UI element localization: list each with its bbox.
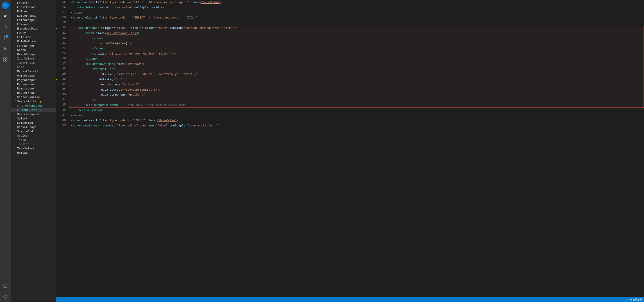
tree-item-select-tag[interactable]: › SelectTag <box>11 121 56 125</box>
code-lines: 15 <span v-else-if="item.type.code == 'S… <box>56 0 644 128</box>
collapse-arrow: › <box>14 28 17 30</box>
collapse-arrow: › <box>14 70 17 73</box>
line-number-36: 36 <box>56 108 69 113</box>
svg-marker-5 <box>4 47 7 51</box>
settings-icon[interactable] <box>2 293 9 300</box>
line-number-31: 31 <box>56 82 69 87</box>
collapse-arrow: › <box>14 10 17 13</box>
tree-item-tree-select[interactable]: › TreeSelect <box>11 146 56 151</box>
code-line-34: 34 /> <box>56 98 644 103</box>
tree-item-upload[interactable]: › Upload <box>11 151 56 155</box>
svg-line-1 <box>6 28 7 29</box>
tree-item-index-vue[interactable]: ⬡ index.vue 1, M <box>11 108 56 112</box>
collapse-arrow: › <box>14 92 17 94</box>
extensions-icon[interactable] <box>2 56 9 63</box>
layout-icon[interactable] <box>2 282 9 289</box>
code-line-25: 25 <i class="el-icon-arrow-down el-icon-… <box>56 51 644 57</box>
tree-item-icon-select[interactable]: › IconSelect <box>11 57 56 61</box>
tree-item-select[interactable]: › Select <box>11 117 56 121</box>
tree-item-search-filter[interactable]: › SearchFilter <box>11 99 56 104</box>
tree-item-embedded-page[interactable]: › EmbeddedPage <box>11 27 56 31</box>
tree-item-label: EditorAomao <box>17 14 36 18</box>
line-number-29: 29 <box>56 72 69 77</box>
tree-item-remote-user[interactable]: › RemoteUser <box>11 87 56 91</box>
tree-item-simple-add[interactable]: › SimpleAdd <box>11 129 56 134</box>
collapse-arrow: › <box>14 2 17 4</box>
explorer-icon[interactable] <box>2 13 9 20</box>
tree-item-router-wrap[interactable]: › RouterWrap <box>11 91 56 95</box>
collapse-arrow: › <box>14 122 17 124</box>
text-cursor <box>119 104 119 107</box>
line-content-36: </el-dropdown> <box>69 108 644 113</box>
tree-item-search-dynamic[interactable]: › SearchDynamic <box>11 95 56 99</box>
tree-item-label: ImportFile <box>17 61 35 65</box>
line-number-32: 32 <box>56 87 69 93</box>
tree-item-label: EditWrapper <box>17 19 36 22</box>
avatar-icon[interactable]: 91 <box>2 2 9 9</box>
tree-item-label: SimpleAdd <box>17 130 33 133</box>
code-editor: 15 <span v-else-if="item.type.code == 'S… <box>56 0 644 302</box>
search-icon[interactable] <box>2 24 9 31</box>
collapse-arrow: › <box>14 15 17 17</box>
svg-rect-9 <box>6 60 8 62</box>
line-number-35: 35 <box>56 103 69 108</box>
collapse-arrow: › <box>14 36 17 39</box>
code-line-22: 22 <span> <box>56 36 644 41</box>
tree-item-form-render[interactable]: › FormRender <box>11 44 56 48</box>
line-content-38: <span v-else-if="item.type.code == 'USER… <box>69 118 644 123</box>
tree-item-file-uploader[interactable]: › FileUploader <box>11 40 56 44</box>
tree-item-import-file[interactable]: › ImportFile <box>11 61 56 65</box>
tree-item-empty[interactable]: › Empty <box>11 31 56 35</box>
tree-item-edit-wrapper[interactable]: › EditWrapper <box>11 18 56 22</box>
tree-item-mytask-detail[interactable]: › MytaskDetail <box>11 69 56 74</box>
collapse-arrow: › <box>14 45 17 47</box>
code-line-18: 18 <span v-else-if="item.type.code == 'S… <box>56 15 644 21</box>
source-control-icon[interactable]: 5 <box>2 34 9 42</box>
tree-item-echarts-card[interactable]: › EchartsCard <box>11 5 56 10</box>
collapse-arrow: › <box>14 49 17 51</box>
tree-item-search-wrapper[interactable]: › SearchWrapper <box>11 112 56 117</box>
line-content-35: </el-dropdown-menu>You, 3周前 • VONE-base-… <box>69 103 644 108</box>
tree-item-label: SvgIcon <box>17 134 30 137</box>
code-line-27: 27 <el-dropdown-menu slot="dropdown"> <box>56 62 644 67</box>
tree-item-lane[interactable]: › Lane <box>11 65 56 69</box>
code-container[interactable]: 15 <span v-else-if="item.type.code == 'S… <box>56 0 644 297</box>
vue-file-icon: ⬡ <box>17 104 21 107</box>
tree-item-editor[interactable]: › Editor <box>11 10 56 14</box>
tree-item-editor-aomao[interactable]: › EditorAomao <box>11 14 56 18</box>
git-modified-indicator <box>56 28 58 29</box>
tree-item-graph[interactable]: › Graph <box>11 48 56 52</box>
tree-item-graph-group[interactable]: › GraphGroup <box>11 52 56 57</box>
tree-item-table[interactable]: › Table <box>11 138 56 142</box>
tree-item-page-wrapper[interactable]: › PageWrapper <box>11 78 56 82</box>
tree-item-file-tree[interactable]: › FileTree <box>11 35 56 40</box>
tree-item-pagination[interactable]: › Pagination <box>11 82 56 87</box>
tree-item-server-graph[interactable]: › ServerGraph <box>11 125 56 129</box>
line-content-21: <span class="el-dropdown-link"> <box>69 31 644 36</box>
tree-item-svg-icon[interactable]: › SvgIcon <box>11 134 56 138</box>
tree-item-label: RemoteUser <box>17 87 35 90</box>
run-icon[interactable] <box>2 45 9 52</box>
activity-bar: 91 5 <box>0 0 11 302</box>
code-line-36: 36 </el-dropdown> <box>56 108 644 113</box>
tree-item-only-office[interactable]: › OnlyOffice <box>11 74 56 78</box>
collapse-arrow: › <box>14 23 17 26</box>
code-line-32: 32 :data-sources="item.optionList || []" <box>56 87 644 93</box>
svg-rect-10 <box>4 284 7 287</box>
collapse-arrow: › <box>14 100 17 103</box>
tree-item-echarts[interactable]: › Echarts <box>11 1 56 5</box>
collapse-arrow: › <box>14 96 17 99</box>
tree-item-label: Upload <box>17 151 28 155</box>
line-content-22: <span> <box>69 36 644 41</box>
line-number-15: 15 <box>56 0 69 5</box>
tree-item-element[interactable]: › Element <box>11 22 56 27</box>
tree-item-drop-menu[interactable]: ⬡ dropMenu.vue <box>11 104 56 108</box>
line-content-39: <vone-remote-user v-model="item.value" :… <box>69 123 644 128</box>
tree-item-tooltip[interactable]: › Tooltip <box>11 142 56 146</box>
code-line-20: 20 <el-dropdown trigger="click" :hide-on… <box>56 26 644 31</box>
line-content-25: <i class="el-icon-arrow-down el-icon--ri… <box>69 51 644 57</box>
line-number-20: 20 <box>56 26 69 31</box>
tree-item-label: RouterWrap <box>17 91 35 95</box>
tree-item-label: Select <box>17 117 28 120</box>
tree-item-label: TreeSelect <box>17 147 35 150</box>
